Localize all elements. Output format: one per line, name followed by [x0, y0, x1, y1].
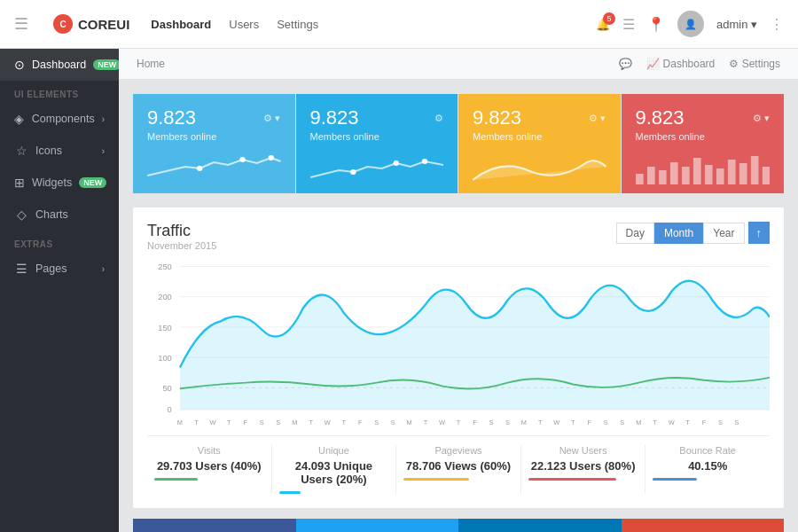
- admin-label[interactable]: admin ▾: [716, 18, 757, 31]
- stat-chart-2: [310, 149, 444, 184]
- svg-point-0: [197, 166, 202, 171]
- stat-gear-1[interactable]: ⚙ ▾: [263, 113, 280, 124]
- chat-icon[interactable]: 💬: [619, 58, 632, 70]
- sidebar-item-widgets[interactable]: ⊞ Widgets NEW: [0, 167, 119, 199]
- sidebar-item-icons[interactable]: ☆ Icons ›: [0, 135, 119, 167]
- traffic-upload-button[interactable]: ↑: [748, 222, 771, 244]
- nav-settings[interactable]: Settings: [277, 18, 318, 31]
- svg-text:T: T: [457, 419, 461, 426]
- svg-text:F: F: [358, 419, 363, 426]
- menu-dots-icon[interactable]: ⋮: [770, 16, 784, 33]
- svg-text:W: W: [325, 419, 332, 426]
- svg-text:S: S: [620, 419, 624, 426]
- secondary-nav: Home 💬 📈 Dashboard ⚙ Settings: [119, 49, 798, 80]
- pages-arrow: ›: [102, 264, 105, 274]
- pageviews-bar: [403, 478, 469, 481]
- svg-text:T: T: [538, 419, 543, 426]
- content-area: 9.823 ⚙ ▾ Members online: [119, 80, 798, 532]
- badge-count: 5: [603, 12, 615, 25]
- location-icon[interactable]: 📍: [647, 16, 665, 33]
- nav-dashboard-link[interactable]: 📈 Dashboard: [646, 58, 715, 70]
- svg-text:200: 200: [158, 293, 171, 301]
- svg-text:250: 250: [158, 262, 171, 271]
- sidebar: ⊙ Dashboard NEW UI ELEMENTS ◈ Components…: [0, 49, 119, 532]
- visits-label: Visits: [154, 445, 264, 456]
- notification-badge[interactable]: 🔔 5: [596, 18, 610, 31]
- traffic-btn-month[interactable]: Month: [654, 223, 703, 244]
- pages-label: Pages: [35, 262, 66, 275]
- logo-text: COREUI: [78, 17, 129, 32]
- svg-text:T: T: [227, 419, 231, 426]
- pageviews-value: 78.706 Views (60%): [403, 459, 513, 473]
- topnav-right: 🔔 5 ☰ 📍 👤 admin ▾ ⋮: [596, 11, 784, 37]
- dashboard-badge: NEW: [93, 59, 119, 70]
- svg-text:T: T: [424, 419, 428, 426]
- sidebar-item-components[interactable]: ◈ Components ›: [0, 103, 119, 135]
- svg-text:150: 150: [158, 324, 171, 332]
- svg-text:50: 50: [162, 384, 171, 393]
- svg-rect-14: [727, 160, 735, 184]
- stats-row: Visits 29.703 Users (40%) Unique 24.093 …: [147, 435, 770, 494]
- svg-text:T: T: [685, 419, 690, 426]
- svg-text:M: M: [521, 419, 527, 426]
- svg-rect-10: [681, 167, 689, 184]
- stat-card-3: 9.823 ⚙ ▾ Members online: [458, 94, 621, 193]
- unique-label: Unique: [279, 445, 389, 456]
- nav-dashboard[interactable]: Dashboard: [151, 18, 211, 31]
- avatar[interactable]: 👤: [677, 11, 704, 37]
- stat-card-2: 9.823 ⚙ Members online: [296, 94, 458, 193]
- charts-label: Charts: [35, 208, 68, 221]
- widgets-badge: NEW: [79, 177, 106, 188]
- stat-col-bounce: Bounce Rate 40.15%: [645, 445, 770, 494]
- traffic-section: Traffic November 2015 Day Month Year ↑: [133, 207, 784, 508]
- traffic-btn-day[interactable]: Day: [616, 223, 654, 244]
- social-card-twitter[interactable]: 🐦: [296, 519, 459, 532]
- social-card-facebook[interactable]: f: [133, 519, 296, 532]
- svg-point-2: [269, 155, 274, 160]
- topnav: ☰ C COREUI Dashboard Users Settings 🔔 5 …: [0, 0, 798, 49]
- stat-chart-1: [147, 149, 281, 184]
- sidebar-item-pages[interactable]: ☰ Pages ›: [0, 253, 119, 285]
- traffic-btn-year[interactable]: Year: [703, 223, 744, 244]
- svg-rect-15: [739, 163, 747, 184]
- stat-gear-3[interactable]: ⚙ ▾: [589, 113, 606, 124]
- sidebar-item-charts[interactable]: ◇ Charts: [0, 199, 119, 231]
- svg-text:T: T: [309, 419, 313, 426]
- svg-text:F: F: [588, 419, 592, 426]
- nav-users[interactable]: Users: [229, 18, 259, 31]
- social-card-linkedin[interactable]: in: [458, 519, 622, 532]
- svg-rect-9: [669, 162, 677, 184]
- stat-gear-4[interactable]: ⚙ ▾: [753, 113, 770, 124]
- svg-rect-17: [762, 167, 770, 184]
- components-icon: ◈: [14, 112, 25, 126]
- traffic-title-block: Traffic November 2015: [147, 222, 216, 251]
- stat-label-2: Members online: [310, 131, 444, 142]
- stat-value-3: 9.823: [473, 106, 521, 129]
- newusers-value: 22.123 Users (80%): [528, 459, 638, 473]
- svg-text:M: M: [636, 419, 641, 426]
- list-icon[interactable]: ☰: [622, 16, 635, 33]
- svg-rect-11: [692, 158, 700, 184]
- svg-text:S: S: [260, 419, 264, 426]
- social-card-googleplus[interactable]: g+: [622, 519, 785, 532]
- traffic-subtitle: November 2015: [147, 240, 216, 251]
- svg-text:T: T: [341, 419, 346, 426]
- svg-text:S: S: [505, 419, 510, 426]
- svg-text:M: M: [406, 419, 411, 426]
- secondary-nav-right: 💬 📈 Dashboard ⚙ Settings: [619, 58, 780, 70]
- traffic-chart-svg: 250 200 150 100 50 0 M: [147, 258, 770, 426]
- stat-gear-2[interactable]: ⚙: [434, 113, 443, 124]
- sidebar-item-dashboard[interactable]: ⊙ Dashboard NEW: [0, 49, 119, 81]
- breadcrumb: Home: [137, 58, 165, 70]
- svg-text:T: T: [571, 419, 575, 426]
- hamburger-icon[interactable]: ☰: [14, 14, 28, 34]
- svg-rect-7: [646, 167, 654, 184]
- nav-settings-link[interactable]: ⚙ Settings: [729, 58, 780, 70]
- icons-arrow: ›: [102, 146, 105, 156]
- svg-rect-8: [658, 170, 666, 184]
- icons-icon: ☆: [14, 144, 28, 158]
- svg-text:W: W: [209, 419, 216, 426]
- stat-label-3: Members online: [473, 131, 606, 142]
- stat-cards: 9.823 ⚙ ▾ Members online: [133, 94, 784, 193]
- topnav-links: Dashboard Users Settings: [151, 18, 318, 31]
